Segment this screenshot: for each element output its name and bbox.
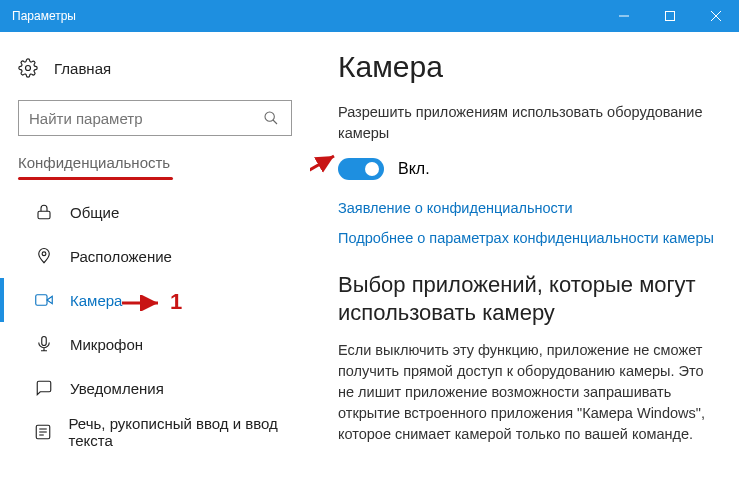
camera-toggle[interactable] xyxy=(338,158,384,180)
body-text: Если выключить эту функцию, приложение н… xyxy=(338,340,717,445)
svg-rect-7 xyxy=(38,211,50,219)
sidebar-item-microphone[interactable]: Микрофон xyxy=(0,322,310,366)
window-title: Параметры xyxy=(12,9,601,23)
sidebar: Главная Конфиденциальность Общие Располо… xyxy=(0,32,310,504)
sidebar-item-speech[interactable]: Речь, рукописный ввод и ввод текста xyxy=(0,410,310,454)
sidebar-item-label: Расположение xyxy=(70,248,172,265)
svg-rect-1 xyxy=(666,12,675,21)
sidebar-item-notifications[interactable]: Уведомления xyxy=(0,366,310,410)
more-info-link[interactable]: Подробнее о параметрах конфиденциальност… xyxy=(338,228,717,248)
svg-point-8 xyxy=(42,252,46,256)
svg-line-16 xyxy=(310,156,334,194)
maximize-button[interactable] xyxy=(647,0,693,32)
gear-icon xyxy=(18,58,38,78)
notifications-icon xyxy=(34,379,54,397)
content-pane: Камера Разрешить приложениям использоват… xyxy=(310,32,739,504)
minimize-button[interactable] xyxy=(601,0,647,32)
sidebar-item-label: Общие xyxy=(70,204,119,221)
sidebar-item-label: Камера xyxy=(70,292,122,309)
camera-icon xyxy=(34,291,54,309)
sidebar-item-label: Речь, рукописный ввод и ввод текста xyxy=(68,415,310,449)
page-title: Камера xyxy=(338,50,717,84)
search-icon xyxy=(261,110,281,126)
microphone-icon xyxy=(34,335,54,353)
svg-point-4 xyxy=(26,66,31,71)
search-field[interactable] xyxy=(29,110,261,127)
svg-line-6 xyxy=(273,120,277,124)
sub-heading: Выбор приложений, которые могут использо… xyxy=(338,271,717,328)
annotation-number-1: 1 xyxy=(170,289,182,315)
speech-icon xyxy=(34,423,53,441)
close-button[interactable] xyxy=(693,0,739,32)
svg-point-5 xyxy=(265,112,274,121)
svg-rect-10 xyxy=(42,337,47,346)
sidebar-item-label: Микрофон xyxy=(70,336,143,353)
annotation-arrow-1 xyxy=(118,295,166,311)
annotation-arrow-2 xyxy=(310,150,342,200)
section-header: Конфиденциальность xyxy=(18,154,292,177)
home-button[interactable]: Главная xyxy=(0,46,310,90)
annotation-underline xyxy=(18,177,173,180)
svg-rect-9 xyxy=(36,295,47,306)
home-label: Главная xyxy=(54,60,111,77)
lock-icon xyxy=(34,203,54,221)
titlebar: Параметры xyxy=(0,0,739,32)
sidebar-item-location[interactable]: Расположение xyxy=(0,234,310,278)
privacy-statement-link[interactable]: Заявление о конфиденциальности xyxy=(338,198,717,218)
search-input[interactable] xyxy=(18,100,292,136)
permit-text: Разрешить приложениям использовать обору… xyxy=(338,102,717,144)
location-icon xyxy=(34,247,54,265)
toggle-label: Вкл. xyxy=(398,160,430,178)
sidebar-item-general[interactable]: Общие xyxy=(0,190,310,234)
sidebar-item-label: Уведомления xyxy=(70,380,164,397)
